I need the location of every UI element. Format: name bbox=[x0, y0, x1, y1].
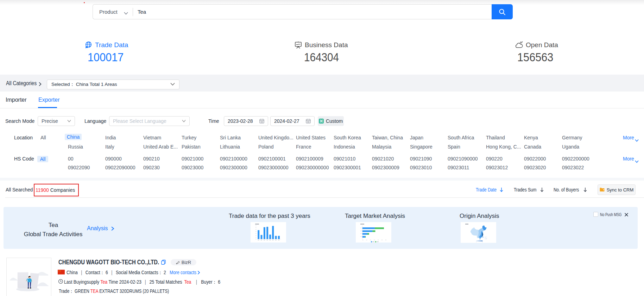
svg-text:⌘: ⌘ bbox=[319, 119, 323, 123]
